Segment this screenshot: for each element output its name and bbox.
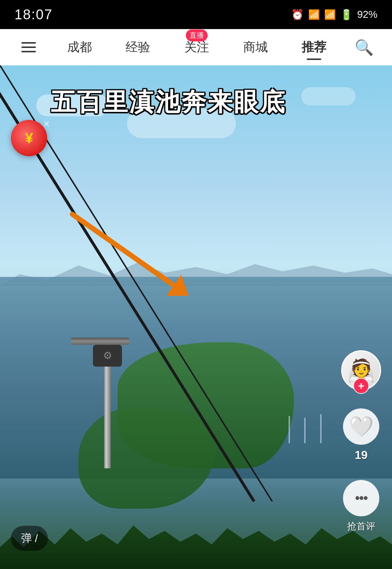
status-icons: ⏰ 📶 📶 🔋 92% (291, 9, 377, 21)
comment-label: 抢首评 (347, 520, 375, 533)
status-bar: 18:07 ⏰ 📶 📶 🔋 92% (0, 0, 392, 29)
comment-container[interactable]: ••• 抢首评 (343, 480, 379, 533)
hamburger-line-2 (21, 47, 36, 48)
signal-icon: 📶 (308, 9, 320, 20)
nav-item-chengdu[interactable]: 成都 (61, 36, 98, 58)
pole-clamp: ⚙ (93, 345, 122, 367)
video-area[interactable]: ⚙ 五百里滇池奔来眼底 × 👰 + 🤍 19 (0, 65, 392, 569)
danmu-slash: / (35, 532, 38, 545)
wind-turbine-3 (289, 416, 290, 443)
nav-bar: 成都 经验 直播 关注 商城 推荐 🔍 (0, 29, 392, 65)
avatar-container[interactable]: 👰 + (341, 350, 381, 390)
pole-vertical (104, 367, 111, 468)
battery-icon: 🔋 (340, 9, 353, 21)
hamburger-menu[interactable] (19, 39, 39, 55)
nav-item-follow[interactable]: 关注 (179, 36, 215, 58)
danmu-label: 弹 (21, 531, 32, 546)
pole-top (71, 338, 129, 345)
nav-item-mall[interactable]: 商城 (237, 36, 274, 58)
video-title: 五百里滇池奔来眼底 (51, 87, 363, 117)
signal-icon-2: 📶 (324, 9, 336, 20)
comment-button[interactable]: ••• (343, 480, 379, 516)
hamburger-line-3 (21, 51, 36, 52)
cable-equipment: ⚙ (78, 338, 136, 468)
battery-percent: 92% (357, 9, 377, 20)
follow-plus-button[interactable]: + (353, 378, 369, 394)
right-sidebar: 👰 + 🤍 19 ••• 抢首评 (341, 350, 381, 533)
red-envelope-close[interactable]: × (44, 118, 49, 130)
wind-turbine-2 (304, 418, 306, 443)
like-count: 19 (355, 448, 368, 462)
hamburger-line-1 (21, 42, 36, 44)
nav-item-follow-wrapper: 直播 关注 (179, 36, 215, 58)
like-button[interactable]: 🤍 (343, 408, 379, 445)
nav-item-experience[interactable]: 经验 (120, 36, 156, 58)
red-envelope[interactable] (11, 120, 47, 156)
status-time: 18:07 (15, 7, 53, 23)
alarm-icon: ⏰ (291, 9, 304, 21)
heart-icon: 🤍 (349, 415, 374, 439)
comment-icon: ••• (355, 491, 367, 506)
wind-turbine-1 (320, 414, 322, 443)
nav-item-recommend[interactable]: 推荐 (296, 36, 332, 58)
like-container[interactable]: 🤍 19 (343, 408, 379, 462)
danmu-button[interactable]: 弹 / (11, 526, 48, 551)
search-button[interactable]: 🔍 (355, 39, 373, 56)
